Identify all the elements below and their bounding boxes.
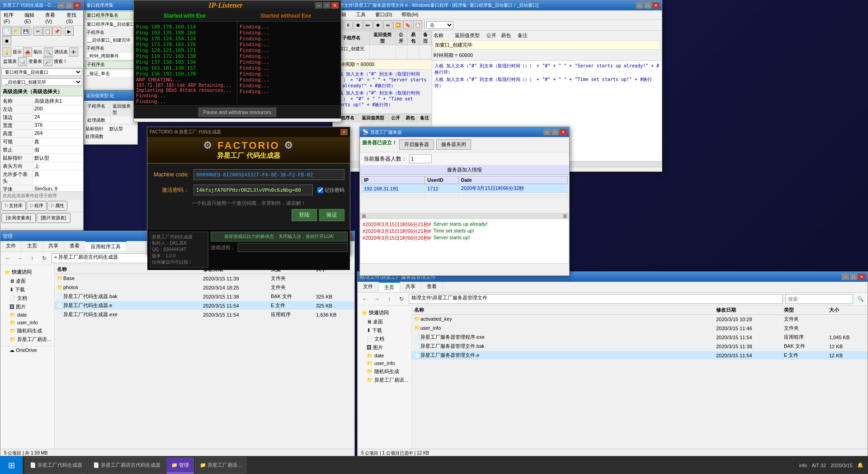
func-row1[interactable]: 加窗口_创建完毕 [333, 45, 432, 59]
file-row-photos[interactable]: 📁photos 2020/3/14 18:25 文件夹 [55, 283, 354, 292]
exp2-back-btn[interactable]: ← [360, 294, 370, 304]
server-h-scrollbar[interactable] [360, 213, 569, 218]
server-close-btn[interactable]: ✕ [560, 129, 567, 135]
tb-hint[interactable]: 💡 [2, 47, 11, 57]
exp2-tab-home[interactable]: 主页 [379, 282, 400, 292]
exp2-min-btn[interactable]: ─ [842, 274, 849, 280]
exp2-tab-view[interactable]: 查看 [421, 282, 443, 292]
exp2-col-date[interactable]: 修改日期 [716, 307, 784, 313]
exp2-tab-file[interactable]: 文件 [358, 282, 379, 292]
maximize-button[interactable]: □ [66, 2, 73, 9]
taskbar-item-admin[interactable]: 📁 管理 [166, 457, 194, 474]
exp2-search-input[interactable] [785, 294, 853, 304]
editor-menu-window[interactable]: 窗口(D) [374, 11, 393, 19]
tb-search[interactable]: 🔎 [43, 57, 52, 66]
ip-maximize-btn[interactable]: □ [323, 2, 330, 9]
tb-output[interactable]: 📤 [23, 47, 32, 57]
exp1-forward-btn[interactable]: → [15, 253, 25, 263]
exp2-quick-docs[interactable]: 📄 文档 [358, 335, 411, 343]
quick-random[interactable]: 📁 随机码生成 [0, 327, 54, 335]
support-lib-btn[interactable]: ▷支持库 [1, 201, 26, 211]
game-process-input[interactable] [238, 243, 348, 252]
exp2-quick-date[interactable]: 📁 date [358, 352, 411, 360]
global-var-tab[interactable]: [全局变量表] [1, 213, 36, 223]
func2-row1[interactable] [333, 122, 432, 123]
started-with-exe-btn[interactable]: Started with Exe [164, 13, 206, 19]
quick-pics[interactable]: 🖼 图片 [0, 303, 54, 311]
ip-minimize-btn[interactable]: ─ [315, 2, 322, 9]
exp2-refresh-btn[interactable]: ↻ [396, 294, 406, 304]
taskbar-item-easycode[interactable]: 📄 异星工厂易语言代码生成器 [88, 457, 165, 474]
editor-tb-record[interactable]: ⏺ [373, 20, 382, 29]
editor-menu-help[interactable]: 帮助(H) [400, 11, 420, 19]
exp1-refresh-btn[interactable]: ↻ [39, 253, 49, 263]
editor-tb-4[interactable]: 📋 [413, 20, 422, 29]
exp2-col-size[interactable]: 大小 [829, 307, 865, 313]
tb-debug[interactable]: 🔍 [44, 47, 53, 57]
stop-server-btn[interactable]: 服务器关闭 [436, 139, 471, 150]
tab-view[interactable]: 查看 [64, 241, 85, 251]
tab-app-tools[interactable]: 应用程序工具 [85, 241, 127, 251]
program-btn[interactable]: ▷程序 [27, 201, 47, 211]
exp2-quick-desktop[interactable]: 🖥 桌面 [358, 318, 411, 326]
save-game-btn[interactable]: 保存游戏以比力的换状态，关闭输入法，提前打开LUA! [211, 232, 348, 242]
remember-pwd-checkbox[interactable] [317, 187, 323, 193]
current-players-input[interactable] [409, 154, 432, 163]
exp2-quick-factorio[interactable]: 📁 异星工厂易语... [358, 376, 411, 384]
exp2-file-row-e[interactable]: 📄异星工厂服务器管理文件.e 2020/3/15 11:54 E 文件 12 K… [412, 351, 868, 360]
exp1-back-btn[interactable]: ← [3, 253, 13, 263]
editor-tb-step[interactable]: ⏭ [363, 20, 373, 29]
editor-menu-tools[interactable]: 工具 [354, 11, 367, 19]
exp2-address-bar[interactable]: 格理文件\异星工厂服务器管理文件 [409, 294, 783, 304]
quick-desktop[interactable]: 🖥 桌面 [0, 277, 54, 285]
verify-btn[interactable]: 验证 [319, 209, 344, 221]
tb-new[interactable]: 📄 [2, 27, 11, 36]
minimize-button[interactable]: ─ [57, 2, 65, 9]
tb-stop[interactable]: ⏹ [2, 36, 11, 45]
editor-tb-pause[interactable]: ⏸ [344, 20, 353, 29]
tb-cut[interactable]: ✂ [33, 27, 42, 36]
menu-view[interactable]: 查看(V) [44, 11, 60, 24]
properties-btn[interactable]: ▷属性 [47, 201, 67, 211]
file-row-base[interactable]: 📁Base 2020/3/15 11:39 文件夹 [55, 274, 354, 283]
tab-share[interactable]: 共享 [43, 241, 64, 251]
exp2-forward-btn[interactable]: → [372, 294, 382, 304]
editor-tb-1[interactable]: ⏯ [383, 20, 392, 29]
close-button[interactable]: ✕ [74, 2, 81, 9]
tb-var[interactable]: 📊 [18, 57, 27, 66]
tab-home[interactable]: 主页 [22, 241, 43, 251]
quick-docs[interactable]: 📄 文档 [0, 294, 54, 303]
exp2-quick-random[interactable]: 📁 随机码生成 [358, 367, 411, 376]
tb-watch[interactable]: 👁 [69, 47, 78, 57]
tb-paste[interactable]: 📌 [52, 27, 61, 36]
menu-find[interactable]: 查找(S) [65, 11, 81, 24]
exp2-search-btn[interactable]: 🔍 [855, 294, 865, 304]
started-without-exe-btn[interactable]: Started without Exe [260, 13, 311, 19]
event-combo[interactable]: _启动窗口_创建完毕 [1, 78, 82, 86]
menu-program[interactable]: 程序(F) [2, 11, 19, 24]
exp2-close-btn[interactable]: ✕ [858, 274, 865, 280]
exp2-quick-pics[interactable]: 🖼 图片 [358, 343, 411, 352]
start-button[interactable]: ⊞ [0, 456, 23, 474]
tray-notification[interactable]: 🔔 [857, 462, 863, 468]
machine-code-input[interactable] [193, 169, 344, 180]
file-row-e[interactable]: 📄异星工厂代码生成器.e 2020/3/15 11:54 E 文件 325 KB [55, 301, 354, 310]
tb-copy[interactable]: 📋 [43, 27, 52, 36]
exp2-file-row-userinfo[interactable]: 📁user_info 2020/3/15 11:46 文件夹 [412, 324, 868, 333]
tb-run[interactable]: ▶ [65, 27, 74, 36]
factorio-close-btn[interactable]: × [340, 129, 348, 135]
exp2-file-row-bak[interactable]: 📄异星工厂服务器管理文件.bak 2020/3/15 11:38 BAK 文件 … [412, 342, 868, 351]
editor-window-combo[interactable]: 击 [426, 21, 453, 29]
activate-input[interactable] [193, 185, 313, 195]
ip-close-btn[interactable]: ✕ [331, 2, 339, 9]
tab-file[interactable]: 文件 [0, 241, 22, 251]
login-btn[interactable]: 登陆 [292, 209, 317, 221]
quick-factorio[interactable]: 📁 异星工厂易语... [0, 335, 54, 344]
exp2-file-row-exe[interactable]: 📄异星工厂服务器管理程序.exe 2020/3/15 11:54 应用程序 1,… [412, 333, 868, 342]
exp2-file-row-activated[interactable]: 📁activatied_key 2020/3/15 10:28 文件夹 [412, 315, 868, 324]
file-row-bak[interactable]: 📄异星工厂代码生成器.bak 2020/3/15 11:38 BAK 文件 32… [55, 292, 354, 301]
taskbar-item-factorio[interactable]: 📁 异星工厂易语... [195, 457, 246, 474]
file-row-exe[interactable]: 📄异星工厂代码生成器.exe 2020/3/15 11:54 应用程序 1,63… [55, 310, 354, 319]
exp2-up-btn[interactable]: ↑ [384, 294, 394, 304]
quick-download[interactable]: ⬇ 下载 [0, 285, 54, 294]
